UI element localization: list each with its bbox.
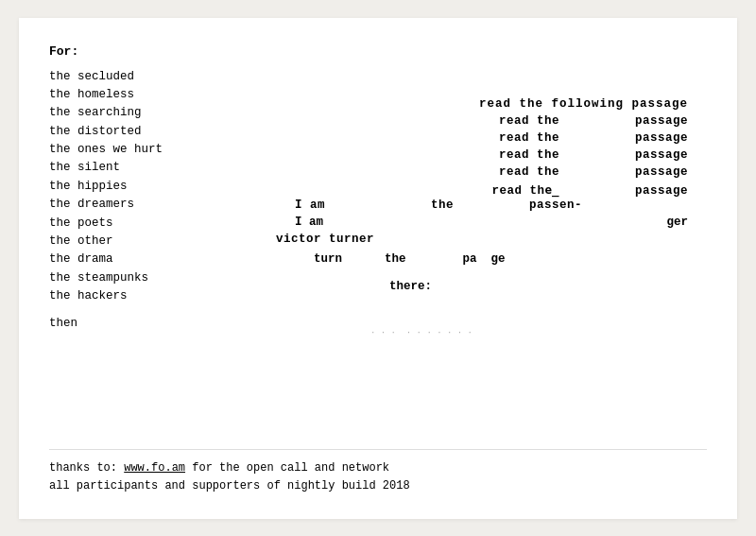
list-item: the drama bbox=[49, 251, 238, 268]
page: For: the secluded the homeless the searc… bbox=[19, 18, 737, 519]
dedication-list: the secluded the homeless the searching … bbox=[49, 68, 238, 306]
read-passage-2: read the passage bbox=[499, 131, 688, 145]
list-item: the searching bbox=[49, 104, 238, 122]
thanks-suffix: for the open call and network bbox=[185, 461, 389, 475]
there-text: there: bbox=[389, 280, 432, 293]
read-passage-5: read the̲ passage bbox=[491, 182, 688, 198]
footer: thanks to: www.fo.am for the open call a… bbox=[49, 449, 707, 495]
list-item: the homeless bbox=[49, 86, 238, 104]
list-item: the silent bbox=[49, 159, 238, 177]
footer-link[interactable]: www.fo.am bbox=[124, 461, 185, 475]
right-column: read the following passage read the pass… bbox=[238, 44, 707, 441]
list-item: the poets bbox=[49, 215, 238, 233]
list-item: the secluded bbox=[49, 68, 238, 86]
faded-decoration: · · · · · · · · · · bbox=[370, 328, 472, 337]
list-item: the ones we hurt bbox=[49, 141, 238, 159]
read-passage-3: read the passage bbox=[499, 148, 688, 162]
read-following-text: read the following passage bbox=[479, 97, 688, 111]
ger-text: ger bbox=[666, 216, 688, 229]
list-item: the dreamers bbox=[49, 196, 238, 214]
list-item: the steampunks bbox=[49, 269, 238, 287]
thanks-prefix: thanks to: bbox=[49, 461, 124, 475]
i-am-passage-text: I am the passen- bbox=[295, 199, 582, 212]
then-label: then bbox=[49, 317, 238, 330]
content-area: For: the secluded the homeless the searc… bbox=[49, 44, 707, 441]
footer-line-2: all participants and supporters of night… bbox=[49, 477, 707, 495]
read-passage-4: read the passage bbox=[499, 165, 688, 179]
victor-turner-text: victor turner bbox=[276, 233, 374, 246]
list-item: the hackers bbox=[49, 287, 238, 305]
list-item: the other bbox=[49, 233, 238, 251]
footer-line-1: thanks to: www.fo.am for the open call a… bbox=[49, 459, 707, 477]
read-passage-1: read the passage bbox=[499, 114, 688, 128]
left-column: For: the secluded the homeless the searc… bbox=[49, 44, 238, 441]
list-item: the distorted bbox=[49, 123, 238, 141]
list-item: the hippies bbox=[49, 178, 238, 196]
i-am-2-text: I am bbox=[295, 216, 323, 229]
for-label: For: bbox=[49, 44, 238, 59]
turn-page-text: turn the pa ge bbox=[314, 252, 506, 266]
